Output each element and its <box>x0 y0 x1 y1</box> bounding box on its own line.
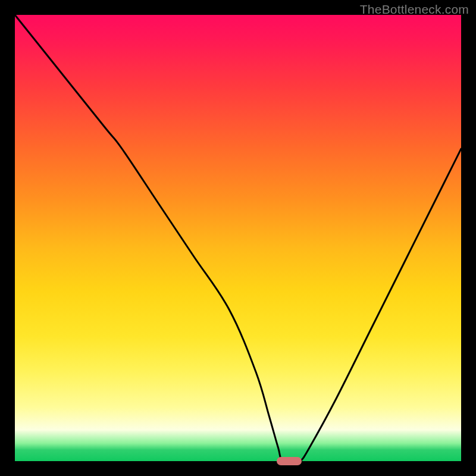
chart-frame: TheBottleneck.com <box>0 0 476 476</box>
optimal-marker <box>277 457 302 465</box>
bottleneck-curve <box>15 15 461 461</box>
plot-area <box>15 15 461 461</box>
